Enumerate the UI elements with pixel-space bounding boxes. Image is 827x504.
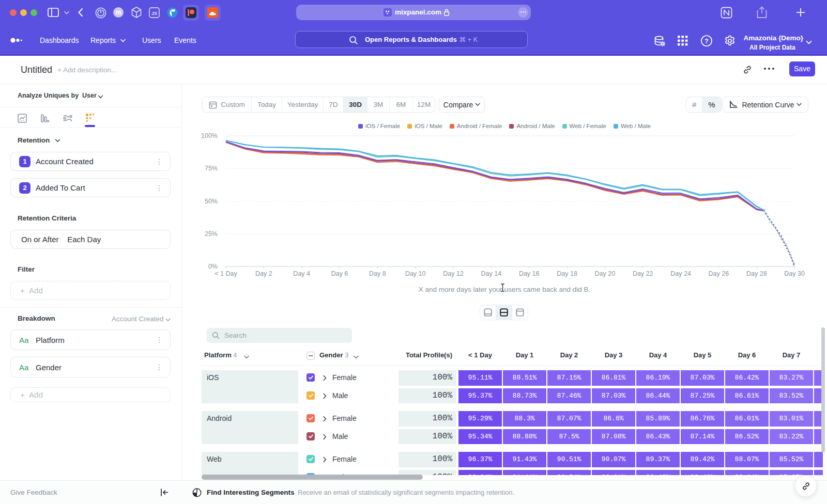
svg-text:Day 28: Day 28 — [746, 270, 767, 277]
svg-text:Day 12: Day 12 — [443, 270, 464, 277]
svg-text:25%: 25% — [205, 230, 218, 238]
svg-text:Day 30: Day 30 — [784, 270, 805, 277]
svg-text:Day 10: Day 10 — [405, 270, 426, 277]
svg-text:Day 20: Day 20 — [595, 270, 616, 277]
svg-text:Day 4: Day 4 — [293, 270, 310, 277]
svg-text:Day 26: Day 26 — [709, 270, 729, 277]
svg-text:Day 16: Day 16 — [519, 270, 540, 277]
svg-text:< 1 Day: < 1 Day — [215, 270, 237, 277]
svg-text:50%: 50% — [205, 198, 218, 205]
svg-text:75%: 75% — [205, 165, 218, 172]
svg-text:Day 14: Day 14 — [481, 270, 502, 277]
svg-text:Day 8: Day 8 — [369, 270, 386, 277]
svg-text:Day 24: Day 24 — [670, 270, 691, 277]
svg-text:Day 2: Day 2 — [255, 270, 272, 277]
svg-text:JS: JS — [151, 11, 157, 16]
svg-text:Day 18: Day 18 — [557, 270, 577, 277]
svg-text:100%: 100% — [201, 132, 218, 139]
svg-text:Day 6: Day 6 — [331, 270, 348, 277]
svg-text:0%: 0% — [208, 263, 218, 270]
svg-text:?: ? — [705, 38, 708, 45]
svg-text:Day 22: Day 22 — [633, 270, 653, 277]
